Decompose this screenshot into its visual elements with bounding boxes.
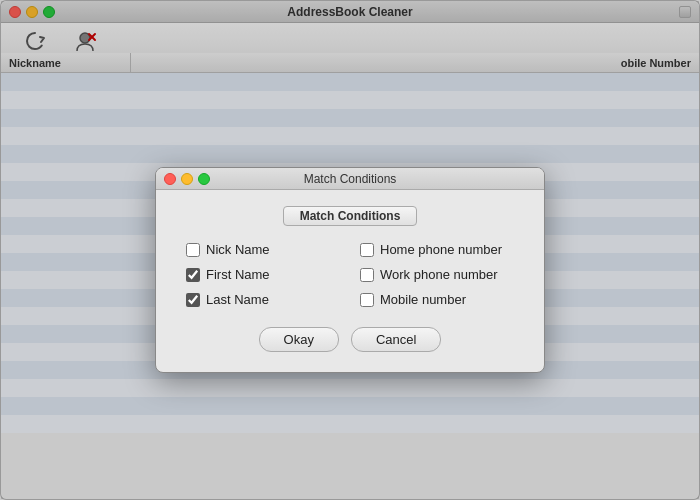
work-phone-label: Work phone number: [380, 267, 498, 282]
modal-maximize-button[interactable]: [198, 173, 210, 185]
last-name-checkbox-item[interactable]: Last Name: [186, 292, 340, 307]
work-phone-checkbox[interactable]: [360, 268, 374, 282]
nick-name-checkbox[interactable]: [186, 243, 200, 257]
first-name-label: First Name: [206, 267, 270, 282]
section-header-label: Match Conditions: [283, 206, 418, 226]
modal-minimize-button[interactable]: [181, 173, 193, 185]
cancel-button[interactable]: Cancel: [351, 327, 441, 352]
modal-body: Match Conditions Nick Name Home phone nu…: [156, 190, 544, 372]
modal-buttons: Okay Cancel: [176, 327, 524, 352]
section-header: Match Conditions: [176, 206, 524, 226]
modal-overlay: Match Conditions Match Conditions Nick N…: [1, 1, 699, 499]
home-phone-checkbox-item[interactable]: Home phone number: [360, 242, 514, 257]
last-name-label: Last Name: [206, 292, 269, 307]
main-window: AddressBook Cleaner Reload D: [0, 0, 700, 500]
match-conditions-dialog: Match Conditions Match Conditions Nick N…: [155, 167, 545, 373]
mobile-label: Mobile number: [380, 292, 466, 307]
mobile-checkbox[interactable]: [360, 293, 374, 307]
modal-title: Match Conditions: [304, 172, 397, 186]
checkboxes-grid: Nick Name Home phone number First Name W…: [176, 242, 524, 307]
okay-button[interactable]: Okay: [259, 327, 339, 352]
modal-window-controls: [164, 173, 210, 185]
first-name-checkbox[interactable]: [186, 268, 200, 282]
home-phone-label: Home phone number: [380, 242, 502, 257]
mobile-checkbox-item[interactable]: Mobile number: [360, 292, 514, 307]
first-name-checkbox-item[interactable]: First Name: [186, 267, 340, 282]
last-name-checkbox[interactable]: [186, 293, 200, 307]
nick-name-label: Nick Name: [206, 242, 270, 257]
nick-name-checkbox-item[interactable]: Nick Name: [186, 242, 340, 257]
modal-close-button[interactable]: [164, 173, 176, 185]
modal-titlebar: Match Conditions: [156, 168, 544, 190]
work-phone-checkbox-item[interactable]: Work phone number: [360, 267, 514, 282]
home-phone-checkbox[interactable]: [360, 243, 374, 257]
